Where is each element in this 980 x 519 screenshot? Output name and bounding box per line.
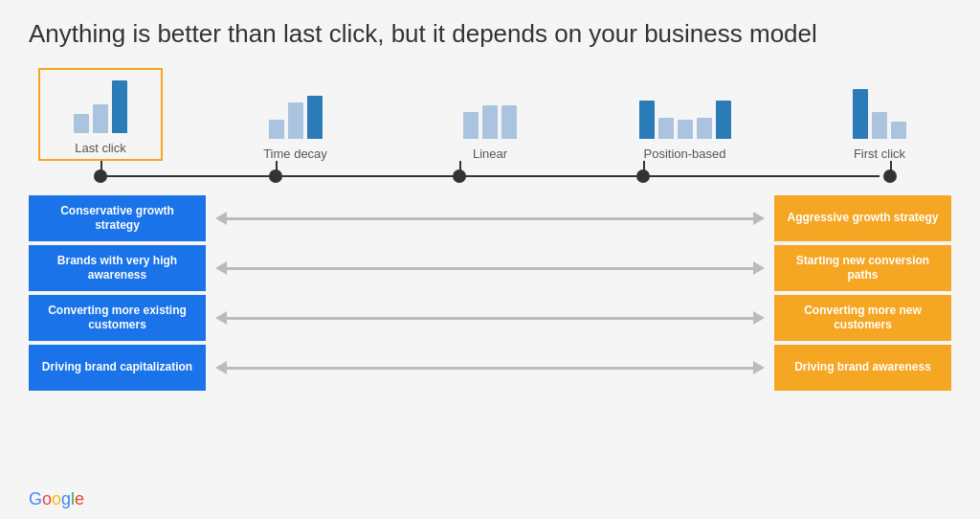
bar (639, 101, 655, 139)
arrow-head-left-3 (215, 361, 227, 374)
main-container: Anything is better than last click, but … (0, 0, 980, 519)
model-time-decay: Time decay (234, 81, 358, 161)
bar (678, 120, 693, 139)
arrow-row-0 (215, 195, 765, 241)
page-title: Anything is better than last click, but … (29, 19, 951, 49)
model-linear: Linear (428, 81, 552, 161)
bar (501, 105, 517, 139)
model-position-based: Position-based (623, 81, 747, 161)
arrow-head-right-1 (753, 261, 765, 275)
arrow-0 (215, 212, 765, 225)
diagram-area: Last click Time decay Linear (29, 68, 951, 391)
timeline-line (100, 175, 880, 177)
arrow-head-left-1 (215, 261, 227, 275)
bar (288, 102, 303, 139)
right-label-0: Aggressive growth strategy (774, 195, 951, 241)
right-labels: Aggressive growth strategy Starting new … (774, 195, 951, 391)
labels-section: Conservative growth strategy Brands with… (29, 195, 951, 391)
bar (112, 80, 127, 133)
arrow-head-right-0 (753, 212, 765, 225)
left-labels: Conservative growth strategy Brands with… (29, 195, 206, 391)
bar (891, 122, 906, 139)
left-label-3: Driving brand capitalization (29, 345, 206, 391)
arrow-3 (215, 361, 765, 374)
google-logo: Google (29, 489, 84, 509)
dot-1 (269, 169, 282, 183)
arrow-row-1 (215, 245, 765, 291)
arrow-head-right-2 (753, 311, 765, 325)
arrow-row-3 (215, 345, 765, 391)
arrow-head-right-3 (753, 361, 765, 374)
dot-4 (883, 169, 897, 183)
bar-chart-time-decay (269, 81, 323, 139)
model-label-last-click: Last click (75, 141, 125, 155)
dot-2 (453, 169, 466, 183)
logo-g: G (29, 489, 42, 508)
bar (307, 96, 323, 139)
model-label-linear: Linear (473, 147, 507, 161)
model-label-position-based: Position-based (644, 147, 726, 161)
arrow-1 (215, 261, 765, 275)
arrow-2 (215, 311, 765, 325)
model-last-click: Last click (38, 68, 163, 161)
bar (697, 118, 712, 139)
bar (853, 89, 868, 139)
bar-chart-position-based (639, 81, 731, 139)
bar (463, 112, 479, 139)
arrow-head-left-2 (215, 311, 227, 325)
logo-g2: g (61, 489, 71, 508)
bar (482, 105, 498, 139)
model-label-first-click: First click (854, 147, 905, 161)
arrow-row-2 (215, 295, 765, 341)
dot-0 (94, 169, 107, 183)
right-label-3: Driving brand awareness (774, 345, 951, 391)
dot-3 (636, 169, 650, 183)
bar (658, 118, 674, 139)
bar (93, 104, 108, 133)
arrow-head-left-0 (215, 212, 227, 225)
arrow-line-3 (227, 367, 753, 370)
arrow-line-2 (227, 317, 753, 320)
bar (872, 112, 887, 139)
left-label-2: Converting more existing customers (29, 295, 206, 341)
bar-chart-first-click (853, 81, 906, 139)
bar-chart-linear (463, 81, 517, 139)
bar (74, 114, 89, 133)
logo-o2: o (52, 489, 61, 508)
logo-o1: o (42, 489, 52, 508)
arrow-line-0 (227, 217, 753, 220)
left-label-0: Conservative growth strategy (29, 195, 206, 241)
arrows-col (206, 195, 774, 391)
models-row: Last click Time decay Linear (29, 68, 951, 161)
left-label-1: Brands with very high awareness (29, 245, 206, 291)
bar-chart-last-click (74, 76, 127, 133)
model-first-click: First click (817, 81, 942, 161)
bar (269, 120, 284, 139)
timeline (38, 161, 942, 192)
bar (716, 101, 731, 139)
arrow-line-1 (227, 267, 753, 270)
right-label-2: Converting more new customers (774, 295, 951, 341)
model-label-time-decay: Time decay (263, 147, 327, 161)
right-label-1: Starting new conversion paths (774, 245, 951, 291)
logo-e: e (75, 489, 84, 508)
